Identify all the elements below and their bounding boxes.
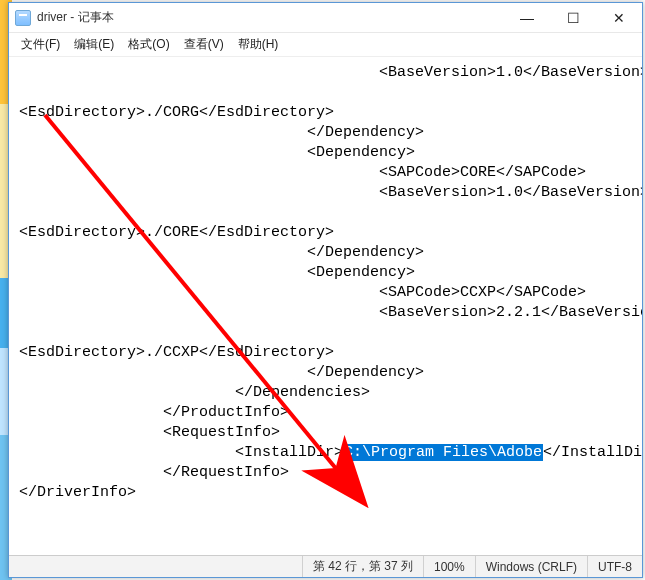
window-title: driver - 记事本 <box>37 9 114 26</box>
menubar: 文件(F) 编辑(E) 格式(O) 查看(V) 帮助(H) <box>9 33 642 57</box>
line-part: <InstallDir> <box>19 444 343 461</box>
line: </RequestInfo> <box>19 464 289 481</box>
line: <EsdDirectory>./CORE</EsdDirectory> <box>19 224 334 241</box>
status-encoding: UTF-8 <box>587 556 642 577</box>
line: <BaseVersion>1.0</BaseVersion> <box>19 184 642 201</box>
line: <Dependency> <box>19 144 415 161</box>
editor-area[interactable]: <BaseVersion>1.0</BaseVersion> <EsdDirec… <box>9 57 642 555</box>
line: <Dependency> <box>19 264 415 281</box>
line-part: </InstallDir> <box>543 444 642 461</box>
line: </Dependencies> <box>19 384 370 401</box>
statusbar: 第 42 行，第 37 列 100% Windows (CRLF) UTF-8 <box>9 555 642 577</box>
line: </Dependency> <box>19 364 424 381</box>
notepad-icon <box>15 10 31 26</box>
line: <EsdDirectory>./CORG</EsdDirectory> <box>19 104 334 121</box>
menu-view[interactable]: 查看(V) <box>178 34 230 55</box>
line: </ProductInfo> <box>19 404 289 421</box>
menu-edit[interactable]: 编辑(E) <box>68 34 120 55</box>
line: <RequestInfo> <box>19 424 280 441</box>
maximize-button[interactable]: ☐ <box>550 3 596 33</box>
selection-install-dir[interactable]: C:\Program Files\Adobe <box>343 444 543 461</box>
line: <BaseVersion>2.2.1</BaseVersion> <box>19 304 642 321</box>
line: </Dependency> <box>19 244 424 261</box>
menu-file[interactable]: 文件(F) <box>15 34 66 55</box>
menu-help[interactable]: 帮助(H) <box>232 34 285 55</box>
line: </Dependency> <box>19 124 424 141</box>
menu-format[interactable]: 格式(O) <box>122 34 175 55</box>
line: <SAPCode>CORE</SAPCode> <box>19 164 586 181</box>
status-zoom[interactable]: 100% <box>423 556 475 577</box>
line: <BaseVersion>1.0</BaseVersion> <box>19 64 642 81</box>
notepad-window: driver - 记事本 — ☐ ✕ 文件(F) 编辑(E) 格式(O) 查看(… <box>8 2 643 578</box>
text-content[interactable]: <BaseVersion>1.0</BaseVersion> <EsdDirec… <box>9 57 642 513</box>
line: <EsdDirectory>./CCXP</EsdDirectory> <box>19 344 334 361</box>
status-position: 第 42 行，第 37 列 <box>302 556 423 577</box>
line: </DriverInfo> <box>19 484 136 501</box>
minimize-button[interactable]: — <box>504 3 550 33</box>
line: <SAPCode>CCXP</SAPCode> <box>19 284 586 301</box>
status-eol: Windows (CRLF) <box>475 556 587 577</box>
titlebar[interactable]: driver - 记事本 — ☐ ✕ <box>9 3 642 33</box>
close-button[interactable]: ✕ <box>596 3 642 33</box>
